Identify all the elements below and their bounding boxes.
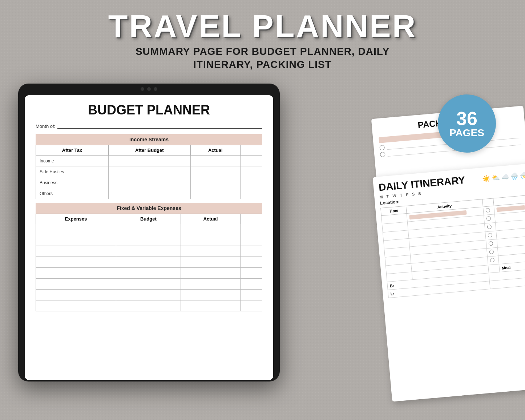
table-row: Side Hustles	[36, 166, 262, 177]
col-after-budget: After Budget	[108, 145, 190, 156]
badge-number: 36	[456, 109, 477, 128]
col-after-tax: After Tax	[36, 145, 109, 156]
title-section: TRAVEL PLANNER SUMMARY PAGE FOR BUDGET P…	[0, 0, 525, 72]
expense-table: Expenses Budget Actual	[36, 214, 262, 311]
pages-badge: 36 PAGES	[438, 94, 496, 153]
others-extra	[241, 188, 262, 199]
table-row	[36, 290, 262, 300]
col-actual: Actual	[190, 145, 240, 156]
side-hustles-label: Side Hustles	[36, 166, 109, 177]
itinerary-table: Time Activity	[380, 195, 525, 298]
table-row	[36, 257, 262, 268]
col-actual-exp: Actual	[181, 214, 240, 224]
tablet-outer: BUDGET PLANNER Month of: Income Streams …	[18, 84, 280, 381]
month-line: Month of:	[36, 124, 262, 129]
income-actual	[190, 156, 240, 166]
cloud-sun-icon: ⛅	[491, 173, 500, 182]
side-hustles-extra	[241, 166, 262, 177]
thunder-icon: ⛈️	[520, 171, 525, 180]
business-extra	[241, 177, 262, 188]
table-row: Income	[36, 156, 262, 166]
month-underline	[57, 124, 262, 129]
content-area: 36 PAGES BUDGET PLANNER Month of:	[0, 84, 525, 420]
tablet-device: BUDGET PLANNER Month of: Income Streams …	[18, 84, 280, 381]
col-budget: Budget	[116, 214, 181, 224]
business-actual	[190, 177, 240, 188]
col-expenses: Expenses	[36, 214, 116, 224]
col-checks	[482, 198, 494, 207]
table-row	[36, 246, 262, 257]
subtitle: SUMMARY PAGE FOR BUDGET PLANNER, DAILY I…	[0, 45, 525, 72]
table-row	[36, 268, 262, 279]
business-after-budget	[108, 177, 190, 188]
table-row	[36, 224, 262, 235]
others-after-budget	[108, 188, 190, 199]
sun-icon: ☀️	[482, 174, 490, 183]
check-circle-1	[379, 145, 385, 150]
business-label: Business	[36, 177, 109, 188]
table-row: Business	[36, 177, 262, 188]
tablet-camera	[141, 87, 157, 91]
others-label: Others	[36, 188, 109, 199]
income-after-budget	[108, 156, 190, 166]
camera-dot-1	[141, 87, 144, 91]
income-header: Income Streams	[36, 134, 262, 145]
expense-header: Fixed & Variable Expenses	[36, 203, 262, 214]
col-extra-exp	[241, 214, 262, 224]
table-row	[36, 279, 262, 290]
table-row	[36, 300, 262, 311]
tablet-screen: BUDGET PLANNER Month of: Income Streams …	[25, 95, 273, 380]
income-extra	[241, 156, 262, 166]
table-row	[36, 235, 262, 246]
camera-dot-2	[147, 87, 151, 91]
camera-dot-3	[154, 87, 157, 91]
overlay-pages: PACKING LIST	[353, 106, 525, 403]
side-hustles-after-budget	[108, 166, 190, 177]
side-hustles-actual	[190, 166, 240, 177]
table-row: Others	[36, 188, 262, 199]
daily-itinerary-page: DAILY ITINERARY M T W T F S S ☀️ ⛅ ☁️	[373, 163, 525, 402]
weather-icons: ☀️ ⛅ ☁️ 🌧️ ⛈️	[482, 171, 525, 183]
badge-pages: PAGES	[449, 128, 484, 138]
budget-planner: BUDGET PLANNER Month of: Income Streams …	[25, 95, 273, 317]
income-table: After Tax After Budget Actual Income	[36, 145, 262, 199]
income-label: Income	[36, 156, 109, 166]
cloud-icon: ☁️	[501, 173, 509, 181]
main-title: TRAVEL PLANNER	[0, 10, 525, 42]
packing-left	[379, 132, 449, 159]
bp-title: BUDGET PLANNER	[36, 102, 262, 118]
others-actual	[190, 188, 240, 199]
rain-icon: 🌧️	[510, 172, 519, 181]
check-circle-2	[380, 152, 385, 157]
col-extra	[241, 145, 262, 156]
